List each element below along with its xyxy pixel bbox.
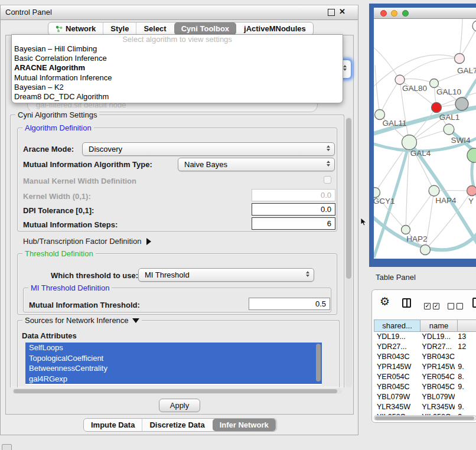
network-node[interactable]: [455, 97, 468, 110]
apply-button[interactable]: Apply: [159, 399, 200, 412]
hub-transcription-label: Hub/Transcription Factor Definition: [23, 237, 141, 246]
network-node[interactable]: [420, 245, 431, 255]
network-node-gal7[interactable]: [455, 54, 465, 64]
collapsed-arrow-icon[interactable]: [146, 238, 151, 245]
network-canvas[interactable]: GAL7GAL80GAL10GAL1GAL11SWI4GAL4GCY1HAP4Y…: [374, 19, 476, 259]
tab-infer-network[interactable]: Infer Network: [213, 419, 276, 431]
mi-algorithm-type-combo[interactable]: Naive Bayes: [178, 158, 335, 171]
tab-label: Discretize Data: [149, 420, 204, 429]
scrollbar-thumb[interactable]: [375, 416, 474, 420]
network-node-gal10[interactable]: [430, 79, 439, 88]
attribute-list-item[interactable]: gal4RGexp: [25, 374, 322, 384]
tab-cyni-toolbox[interactable]: Cyni Toolbox: [174, 22, 236, 35]
tab-label: Cyni Toolbox: [181, 24, 229, 33]
scrollbar-thumb[interactable]: [346, 118, 351, 279]
export-table-icon[interactable]: [472, 298, 476, 308]
network-node-gal4[interactable]: [402, 135, 417, 150]
tab-style[interactable]: Style: [103, 22, 136, 35]
table-cell: YER054C: [419, 372, 455, 382]
network-node-label: HAP2: [406, 234, 427, 243]
table-row[interactable]: YDR27...YDR27...12: [374, 342, 476, 352]
mi-steps-field[interactable]: 6: [252, 217, 335, 230]
table-header-cell[interactable]: shared...: [374, 319, 420, 332]
network-node-hap2[interactable]: [402, 226, 410, 234]
network-edge[interactable]: [459, 19, 462, 58]
zoom-traffic-light-icon[interactable]: [402, 10, 409, 17]
attribute-list-item[interactable]: SelfLoops: [25, 343, 322, 353]
table-cell: YER054C: [374, 372, 419, 382]
attribute-list-item[interactable]: BetweennessCentrality: [25, 363, 322, 374]
network-view-window: GAL7GAL80GAL10GAL1GAL11SWI4GAL4GCY1HAP4Y…: [369, 4, 476, 267]
network-node[interactable]: [472, 21, 476, 31]
aracne-mode-combo[interactable]: Discovery: [82, 142, 335, 156]
table-header-cell[interactable]: [458, 319, 476, 332]
dropdown-item[interactable]: ARACNE Algorithm: [12, 63, 343, 73]
network-node-y[interactable]: [467, 186, 476, 196]
table-header-row: shared...name: [374, 319, 476, 332]
dropdown-item[interactable]: Bayesian – Hill Climbing: [12, 44, 343, 54]
table-row[interactable]: YBR045CYBR045C9.: [374, 382, 476, 392]
manual-kernel-width-label: Manual Kernel Width Definition: [23, 177, 136, 185]
tab-impute-data[interactable]: Impute Data: [84, 419, 142, 431]
close-icon[interactable]: ✕: [339, 7, 345, 16]
network-node-gal80[interactable]: [395, 75, 405, 84]
minimize-traffic-light-icon[interactable]: [391, 10, 397, 17]
table-row[interactable]: YBR043CYBR043C: [374, 352, 476, 362]
network-edge[interactable]: [406, 191, 434, 230]
sources-title[interactable]: Sources for Network Inference: [22, 316, 142, 325]
float-window-icon[interactable]: [328, 9, 335, 16]
close-traffic-light-icon[interactable]: [380, 10, 387, 17]
network-node-swi4[interactable]: [444, 124, 454, 135]
dpi-tolerance-field[interactable]: 0.0: [252, 203, 335, 216]
table-horizontal-scrollbar[interactable]: [374, 415, 476, 420]
expanded-arrow-icon[interactable]: [132, 318, 139, 323]
select-all-columns-icon[interactable]: ✓ ✓: [424, 303, 439, 309]
tab-label: Style: [110, 24, 129, 33]
network-node-gal11[interactable]: [375, 110, 385, 120]
control-panel-titlebar: Control Panel ✕: [1, 5, 358, 20]
dropdown-item[interactable]: Mutual Information Inference: [12, 73, 343, 83]
column-layout-icon[interactable]: [402, 298, 411, 308]
scrollbar-thumb[interactable]: [14, 389, 337, 393]
tab-network[interactable]: Network: [48, 22, 103, 35]
network-node-gcy1[interactable]: [374, 188, 380, 198]
table-cell: YBR045C: [374, 382, 419, 392]
table-header-cell[interactable]: name: [420, 319, 458, 332]
network-edge[interactable]: [380, 80, 400, 115]
list-scrollbar[interactable]: [316, 344, 321, 381]
manual-kernel-width-checkbox[interactable]: [324, 176, 331, 184]
combo-stepper-icon: [306, 271, 309, 277]
table-row[interactable]: YLR345WYLR345W9.: [374, 402, 476, 412]
dropdown-item[interactable]: Bayesian – K2: [12, 83, 343, 92]
tab-select[interactable]: Select: [136, 22, 173, 35]
mouse-cursor-icon: [360, 217, 367, 227]
table-cell: 13: [455, 332, 476, 342]
table-row[interactable]: YBL079WYBL079W: [374, 392, 476, 402]
gear-icon[interactable]: ⚙: [380, 295, 390, 308]
network-node-hap4[interactable]: [429, 185, 439, 196]
settings-vertical-scrollbar[interactable]: [345, 117, 352, 387]
mi-threshold-field[interactable]: 0.5: [249, 298, 330, 310]
attribute-list-item[interactable]: TopologicalCoefficient: [25, 353, 322, 364]
dropdown-item[interactable]: Basic Correlation Inference: [12, 54, 343, 63]
table-row[interactable]: YER054CYER054C8.: [374, 372, 476, 382]
network-edge[interactable]: [400, 79, 434, 83]
network-edge[interactable]: [375, 65, 380, 115]
control-panel-title: Control Panel: [5, 8, 52, 17]
dropdown-item[interactable]: Dream8 DC_TDC Algorithm: [12, 92, 343, 102]
mi-threshold-definition-title: MI Threshold Definition: [28, 283, 112, 292]
dock-panel-icon[interactable]: [2, 444, 12, 450]
table-row[interactable]: YDL19...YDL19...13: [374, 332, 476, 342]
kernel-width-field[interactable]: 0.0: [252, 189, 335, 201]
network-node[interactable]: [467, 148, 476, 162]
deselect-all-columns-icon[interactable]: [448, 303, 463, 309]
settings-horizontal-scrollbar[interactable]: [12, 389, 342, 394]
tab-jactivemnodules[interactable]: jActiveMNodules: [237, 22, 313, 35]
network-node-gal1[interactable]: [432, 103, 442, 113]
hub-transcription-section[interactable]: Hub/Transcription Factor Definition: [23, 237, 151, 246]
tab-discretize-data[interactable]: Discretize Data: [142, 419, 211, 431]
network-graph[interactable]: GAL7GAL80GAL10GAL1GAL11SWI4GAL4GCY1HAP4Y…: [374, 19, 476, 259]
which-threshold-combo[interactable]: MI Threshold: [138, 268, 314, 282]
table-row[interactable]: YPR145WYPR145W9.: [374, 362, 476, 372]
data-attributes-list[interactable]: SelfLoopsTopologicalCoefficientBetweenne…: [25, 343, 322, 385]
